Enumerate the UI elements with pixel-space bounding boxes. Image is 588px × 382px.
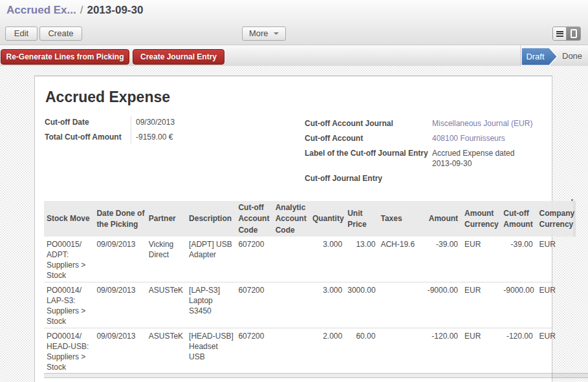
- svg-text:Draft: Draft: [526, 52, 545, 61]
